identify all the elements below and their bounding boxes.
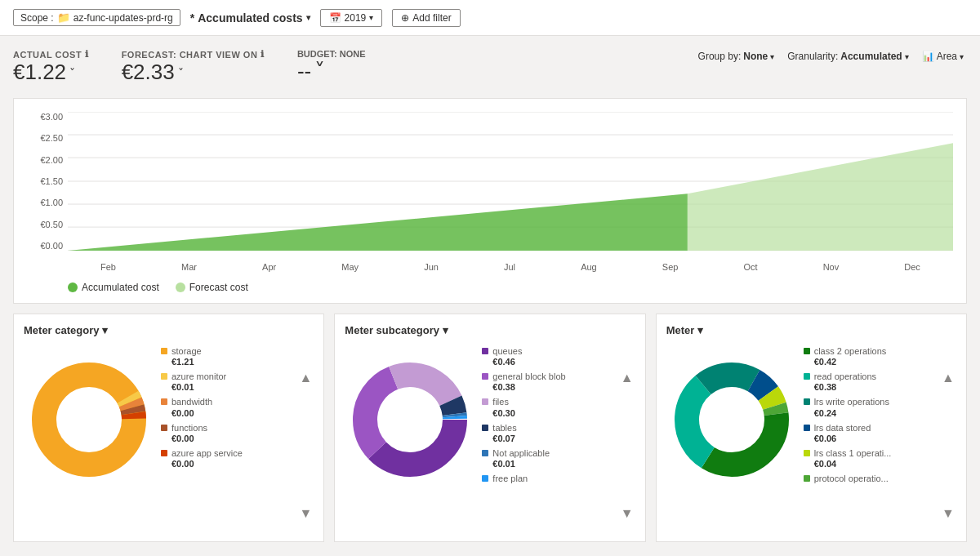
card3-scroll-up[interactable]: ▲ bbox=[940, 371, 956, 385]
granularity-value: Accumulated bbox=[840, 51, 902, 62]
forecast-info-icon[interactable]: ℹ bbox=[261, 49, 265, 60]
y-label-000: €0.00 bbox=[27, 241, 68, 251]
accumulated-legend-label: Accumulated cost bbox=[82, 282, 159, 293]
view-type-button[interactable]: 📊 Area ▾ bbox=[919, 49, 967, 64]
list-item: storage €1.21 bbox=[161, 346, 294, 367]
view-type-icon: 📊 bbox=[922, 51, 934, 62]
calendar-icon: 📅 bbox=[329, 12, 341, 24]
meter-legend: class 2 operations €0.42 read operations… bbox=[804, 346, 937, 521]
add-filter-button[interactable]: ⊕ Add filter bbox=[392, 9, 460, 27]
list-item: protocol operatio... bbox=[804, 474, 937, 484]
list-item: queues €0.46 bbox=[482, 346, 615, 367]
forecast-label: FORECAST: CHART VIEW ON bbox=[122, 50, 258, 60]
x-label-oct: Oct bbox=[743, 262, 757, 272]
scope-label: Scope : bbox=[20, 12, 54, 24]
y-axis: €3.00 €2.50 €2.00 €1.50 €1.00 €0.50 €0.0… bbox=[27, 112, 68, 251]
y-label-200: €2.00 bbox=[27, 155, 68, 165]
card1-scroll-down[interactable]: ▼ bbox=[297, 506, 314, 521]
card2-scroll-up[interactable]: ▲ bbox=[619, 371, 635, 385]
meter-header[interactable]: Meter ▾ bbox=[666, 324, 956, 336]
x-axis: Feb Mar Apr May Jun Jul Aug Sep Oct Nov … bbox=[68, 259, 953, 275]
y-label-150: €1.50 bbox=[27, 176, 68, 186]
x-label-feb: Feb bbox=[100, 262, 116, 272]
meter-category-header[interactable]: Meter category ▾ bbox=[24, 324, 314, 336]
meter-card: Meter ▾ bbox=[656, 314, 967, 542]
filter-icon: ⊕ bbox=[401, 12, 409, 24]
list-item: files €0.30 bbox=[482, 397, 615, 417]
year-chevron-icon: ▾ bbox=[369, 13, 373, 22]
svg-point-21 bbox=[379, 389, 441, 451]
y-label-250: €2.50 bbox=[27, 133, 68, 143]
chart-plot bbox=[68, 112, 953, 251]
list-item: class 2 operations €0.42 bbox=[804, 346, 937, 367]
group-by-chevron-icon: ▾ bbox=[770, 52, 774, 61]
meter-category-card: Meter category ▾ bbox=[13, 314, 324, 542]
meter-category-label: Meter category bbox=[24, 324, 99, 336]
forecast-arrow-icon[interactable]: ˅ bbox=[178, 66, 184, 79]
granularity-label: Granularity: bbox=[787, 51, 838, 62]
accumulated-legend-dot bbox=[68, 282, 78, 292]
forecast-legend-dot bbox=[176, 282, 185, 292]
x-label-nov: Nov bbox=[823, 262, 840, 272]
scope-value: az-func-updates-prd-rg bbox=[74, 12, 173, 24]
list-item: free plan bbox=[482, 474, 615, 484]
budget-value: -- bbox=[297, 59, 311, 84]
view-type-chevron-icon: ▾ bbox=[960, 52, 964, 61]
svg-marker-8 bbox=[68, 193, 688, 251]
list-item: azure monitor €0.01 bbox=[161, 371, 294, 392]
svg-point-29 bbox=[701, 389, 763, 451]
svg-marker-7 bbox=[688, 143, 953, 251]
list-item: bandwidth €0.00 bbox=[161, 397, 294, 417]
meter-label: Meter bbox=[666, 324, 695, 336]
meter-subcategory-label: Meter subcategory bbox=[345, 324, 439, 336]
x-label-aug: Aug bbox=[581, 262, 597, 272]
add-filter-label: Add filter bbox=[412, 12, 451, 24]
meter-chevron-icon: ▾ bbox=[697, 324, 703, 336]
group-by-label: Group by: bbox=[698, 51, 742, 62]
modified-indicator: * bbox=[190, 11, 194, 24]
card1-scroll-up[interactable]: ▲ bbox=[297, 371, 314, 385]
x-label-mar: Mar bbox=[181, 262, 197, 272]
scope-selector[interactable]: Scope : 📁 az-func-updates-prd-rg bbox=[13, 9, 180, 26]
svg-point-14 bbox=[58, 389, 120, 451]
list-item: tables €0.07 bbox=[482, 423, 615, 443]
x-label-jul: Jul bbox=[504, 262, 515, 272]
y-label-100: €1.00 bbox=[27, 198, 68, 207]
actual-cost-label: ACTUAL COST bbox=[13, 50, 82, 60]
meter-subcategory-donut bbox=[345, 346, 475, 493]
y-label-050: €0.50 bbox=[27, 220, 68, 229]
group-by-value: None bbox=[743, 51, 768, 62]
actual-cost-info-icon[interactable]: ℹ bbox=[85, 49, 89, 60]
year-selector[interactable]: 📅 2019 ▾ bbox=[320, 9, 383, 27]
y-label-300: €3.00 bbox=[27, 112, 68, 122]
meter-category-chevron-icon: ▾ bbox=[102, 324, 108, 336]
meter-category-legend: storage €1.21 azure monitor €0.01 bbox=[161, 346, 294, 521]
list-item: azure app service €0.00 bbox=[161, 448, 294, 469]
card3-scroll-down[interactable]: ▼ bbox=[940, 506, 956, 521]
meter-subcategory-legend: queues €0.46 general block blob €0.38 bbox=[482, 346, 615, 521]
x-label-may: May bbox=[341, 262, 359, 272]
budget-arrow-icon[interactable]: ˅ bbox=[314, 59, 325, 84]
meter-subcategory-header[interactable]: Meter subcategory ▾ bbox=[345, 324, 635, 336]
group-by-button[interactable]: Group by: None ▾ bbox=[695, 49, 778, 64]
forecast-legend-label: Forecast cost bbox=[189, 282, 248, 293]
list-item: read operations €0.38 bbox=[804, 371, 937, 392]
year-value: 2019 bbox=[345, 12, 367, 24]
meter-donut bbox=[666, 346, 797, 493]
list-item: general block blob €0.38 bbox=[482, 371, 615, 392]
view-type-value: Area bbox=[937, 51, 957, 62]
scope-icon: 📁 bbox=[57, 11, 70, 24]
granularity-button[interactable]: Granularity: Accumulated ▾ bbox=[784, 49, 911, 64]
actual-cost-arrow-icon[interactable]: ˅ bbox=[69, 66, 75, 79]
list-item: Not applicable €0.01 bbox=[482, 448, 615, 469]
meter-subcategory-chevron-icon: ▾ bbox=[443, 324, 448, 336]
meter-category-donut bbox=[24, 346, 154, 493]
x-label-jun: Jun bbox=[424, 262, 439, 272]
forecast-value: €2.33 bbox=[122, 60, 175, 85]
view-chevron-icon: ▾ bbox=[306, 13, 310, 22]
list-item: lrs data stored €0.06 bbox=[804, 423, 937, 443]
card2-scroll-down[interactable]: ▼ bbox=[619, 506, 635, 521]
actual-cost-value: €1.22 bbox=[13, 60, 66, 85]
budget-label: BUDGET: NONE bbox=[297, 49, 366, 59]
view-dropdown[interactable]: * Accumulated costs ▾ bbox=[190, 11, 310, 24]
